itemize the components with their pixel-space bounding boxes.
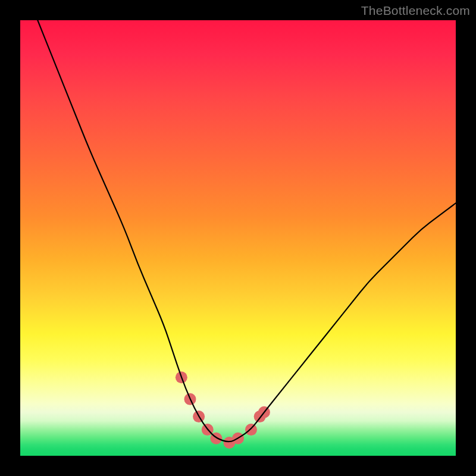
bottleneck-curve <box>37 20 456 441</box>
chart-frame: TheBottleneck.com <box>0 0 476 476</box>
chart-svg <box>20 20 456 456</box>
highlight-marker <box>245 424 257 436</box>
plot-area <box>20 20 456 456</box>
marker-group <box>176 371 270 449</box>
watermark-text: TheBottleneck.com <box>361 4 470 18</box>
